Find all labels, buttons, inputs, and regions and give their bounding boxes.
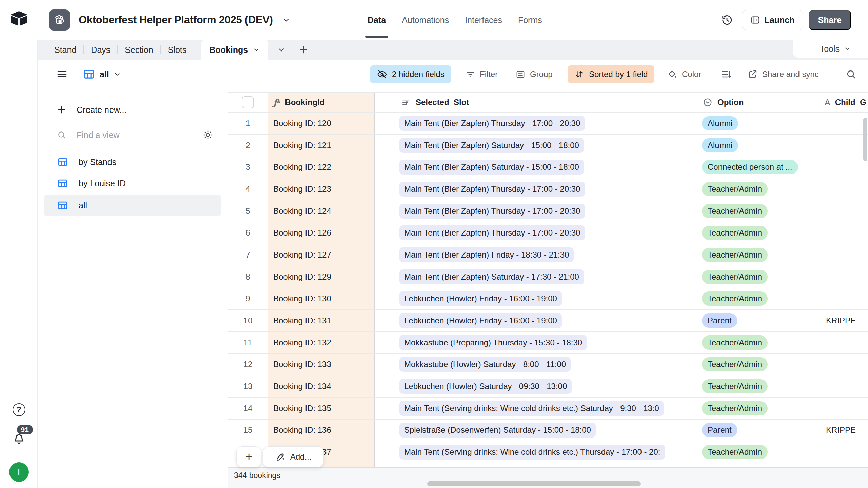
cell-option[interactable]: Connected person at ... (697, 156, 819, 178)
table-row[interactable]: 9 Booking ID: 130 Lebkuchen (Howler) Fri… (228, 288, 868, 310)
cell-option[interactable]: Teacher/Admin (697, 398, 819, 419)
cell-child-group[interactable] (819, 135, 868, 156)
cell-child-group[interactable] (819, 398, 868, 419)
table-row[interactable]: 4 Booking ID: 123 Main Tent (Bier Zapfen… (228, 178, 868, 200)
cell-selected-slot[interactable]: Spielstraße (Dosenwerfen) Saturday - 15:… (395, 420, 697, 441)
cell-partial-column[interactable] (375, 156, 395, 178)
table-tab-section[interactable]: Section (118, 45, 160, 55)
base-icon[interactable] (49, 9, 70, 30)
cell-selected-slot[interactable]: Main Tent (Serving drinks: Wine cold dri… (395, 398, 697, 419)
table-row[interactable]: 10 Booking ID: 131 Lebkuchen (Howler) Fr… (228, 310, 868, 332)
cell-partial-column[interactable] (375, 288, 395, 310)
cell-child-group[interactable] (819, 332, 868, 353)
cell-partial-column[interactable] (375, 135, 395, 156)
table-row[interactable]: 7 Booking ID: 127 Main Tent (Bier Zapfen… (228, 244, 868, 266)
cell-booking-id[interactable]: Booking ID: 136 (268, 420, 375, 441)
table-row[interactable]: 2 Booking ID: 121 Main Tent (Bier Zapfen… (228, 135, 868, 157)
cell-selected-slot[interactable]: Main Tent (Bier Zapfen) Saturday - 15:00… (395, 156, 697, 178)
filter-button[interactable]: Filter (465, 60, 498, 89)
cell-option[interactable]: Teacher/Admin (697, 244, 819, 266)
share-button[interactable]: Share (809, 10, 851, 30)
cell-child-group[interactable] (819, 441, 868, 463)
tab-interfaces[interactable]: Interfaces (465, 0, 502, 40)
cell-booking-id[interactable]: Booking ID: 134 (268, 375, 375, 397)
avatar[interactable]: I (9, 462, 29, 482)
cell-partial-column[interactable] (375, 398, 395, 419)
horizontal-scrollbar[interactable] (427, 481, 641, 486)
table-row[interactable]: 15 Booking ID: 136 Spielstraße (Dosenwer… (228, 420, 868, 442)
cell-partial-column[interactable] (375, 244, 395, 266)
table-row[interactable]: 11 Booking ID: 132 Mokkastube (Preparing… (228, 332, 868, 354)
cell-option[interactable]: Teacher/Admin (697, 375, 819, 397)
cell-selected-slot[interactable]: Main Tent (Serving drinks: Wine cold dri… (395, 441, 697, 463)
add-table-plus-icon[interactable] (299, 45, 308, 55)
cell-child-group[interactable] (819, 113, 868, 134)
cell-child-group[interactable] (819, 375, 868, 397)
cell-child-group[interactable] (819, 288, 868, 310)
view-settings-button[interactable] (202, 129, 214, 141)
cell-selected-slot[interactable]: Main Tent (Bier Zapfen) Saturday - 17:30… (395, 266, 697, 288)
column-header-partial[interactable] (375, 93, 395, 112)
cell-partial-column[interactable] (375, 463, 395, 467)
cell-child-group[interactable] (819, 222, 868, 244)
cell-child-group[interactable] (819, 244, 868, 266)
table-row[interactable]: 13 Booking ID: 134 Lebkuchen (Howler) Sa… (228, 375, 868, 398)
cell-selected-slot[interactable] (395, 463, 697, 467)
cell-booking-id[interactable]: Booking ID: 122 (268, 156, 375, 178)
cell-option[interactable]: Alumni (697, 113, 819, 134)
cell-partial-column[interactable] (375, 113, 395, 134)
cell-option[interactable]: Teacher/Admin (697, 354, 819, 375)
tools-menu[interactable]: Tools (793, 40, 868, 58)
table-row[interactable]: 16 Booking ID: 137 Main Tent (Serving dr… (228, 441, 868, 463)
cell-selected-slot[interactable]: Main Tent (Bier Zapfen) Saturday - 15:00… (395, 135, 697, 156)
share-and-sync-button[interactable]: Share and sync (748, 60, 819, 89)
cell-booking-id[interactable]: Booking ID: 120 (268, 113, 375, 134)
cell-child-group[interactable] (819, 200, 868, 222)
table-row[interactable]: 8 Booking ID: 129 Main Tent (Bier Zapfen… (228, 266, 868, 288)
column-header-bookingid[interactable]: ƒx BookingId (268, 93, 375, 112)
cell-child-group[interactable] (819, 266, 868, 288)
cell-booking-id[interactable]: Booking ID: 127 (268, 244, 375, 266)
column-header-child-group[interactable]: A Child_G (819, 93, 868, 112)
cell-booking-id[interactable]: Booking ID: 123 (268, 178, 375, 200)
cell-child-group[interactable]: KRIPPE (819, 310, 868, 331)
search-button[interactable] (846, 60, 856, 89)
find-a-view-input[interactable]: Find a view (57, 126, 119, 143)
cell-booking-id[interactable]: Booking ID: 132 (268, 332, 375, 353)
column-header-option[interactable]: Option (697, 93, 819, 112)
cell-partial-column[interactable] (375, 354, 395, 375)
create-new-view-button[interactable]: Create new... (57, 101, 126, 118)
color-button[interactable]: Color (667, 60, 701, 89)
group-button[interactable]: Group (515, 60, 553, 89)
add-with-ai-button[interactable]: Add... (263, 446, 324, 467)
cell-booking-id[interactable]: Booking ID: 130 (268, 288, 375, 310)
cell-partial-column[interactable] (375, 200, 395, 222)
select-all-checkbox[interactable] (242, 96, 254, 108)
cell-booking-id[interactable]: Booking ID: 133 (268, 354, 375, 375)
table-tab-days[interactable]: Days (84, 45, 117, 55)
hidden-fields-button[interactable]: 2 hidden fields (370, 65, 451, 83)
row-height-button[interactable] (721, 60, 732, 89)
table-row[interactable]: 5 Booking ID: 124 Main Tent (Bier Zapfen… (228, 200, 868, 222)
sidebar-view-all[interactable]: all (44, 195, 221, 216)
launch-button[interactable]: Launch (742, 10, 803, 30)
select-all-header[interactable] (228, 93, 268, 112)
cell-partial-column[interactable] (375, 222, 395, 244)
view-switcher[interactable]: all (82, 60, 121, 89)
cell-selected-slot[interactable]: Lebkuchen (Howler) Friday - 16:00 - 19:0… (395, 288, 697, 310)
tab-automations[interactable]: Automations (402, 0, 449, 40)
cell-selected-slot[interactable]: Main Tent (Bier Zapfen) Thursday - 17:00… (395, 222, 697, 244)
cell-partial-column[interactable] (375, 310, 395, 331)
base-title-chevron-down-icon[interactable] (282, 16, 291, 24)
cell-selected-slot[interactable]: Lebkuchen (Howler) Friday - 16:00 - 19:0… (395, 310, 697, 331)
cell-partial-column[interactable] (375, 266, 395, 288)
cell-child-group[interactable] (819, 354, 868, 375)
table-tab-slots[interactable]: Slots (161, 45, 194, 55)
view-sidebar-toggle[interactable] (56, 60, 68, 89)
cell-partial-column[interactable] (375, 441, 395, 463)
cell-option[interactable]: Parent (697, 310, 819, 331)
add-record-button[interactable]: + (236, 446, 261, 467)
cell-option[interactable]: Teacher/Admin (697, 266, 819, 288)
cell-option[interactable]: Teacher/Admin (697, 441, 819, 463)
cell-selected-slot[interactable]: Main Tent (Bier Zapfen) Thursday - 17:00… (395, 113, 697, 134)
